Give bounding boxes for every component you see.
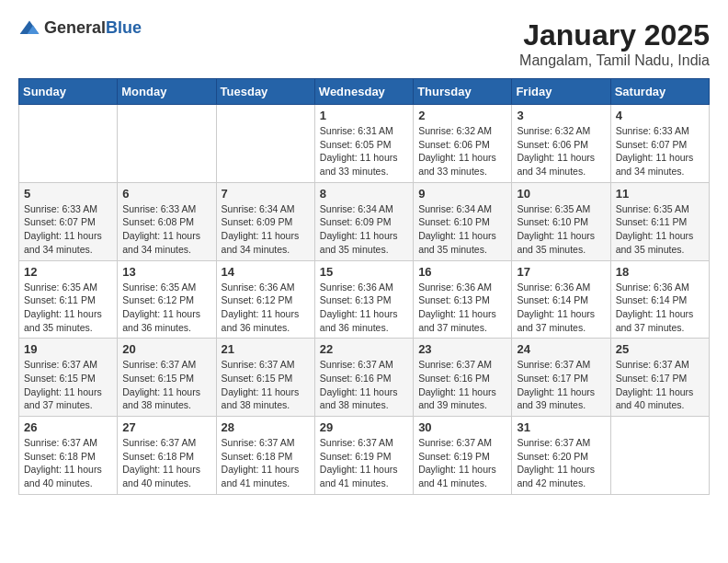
- day-number: 7: [222, 187, 310, 201]
- calendar-cell: 14Sunrise: 6:36 AM Sunset: 6:12 PM Dayli…: [216, 260, 314, 339]
- title-block: January 2025 Mangalam, Tamil Nadu, India: [519, 18, 710, 69]
- calendar-cell: 12Sunrise: 6:35 AM Sunset: 6:11 PM Dayli…: [19, 260, 118, 339]
- day-info: Sunrise: 6:37 AM Sunset: 6:20 PM Dayligh…: [517, 436, 605, 490]
- day-info: Sunrise: 6:35 AM Sunset: 6:10 PM Dayligh…: [517, 202, 605, 257]
- day-number: 9: [418, 187, 506, 201]
- day-info: Sunrise: 6:37 AM Sunset: 6:15 PM Dayligh…: [122, 358, 210, 412]
- weekday-header-tuesday: Tuesday: [216, 79, 314, 105]
- day-number: 2: [418, 109, 506, 122]
- day-number: 20: [122, 342, 210, 356]
- page-header: GeneralBlue January 2025 Mangalam, Tamil…: [18, 18, 710, 69]
- day-number: 24: [517, 342, 605, 356]
- day-number: 11: [616, 187, 704, 201]
- weekday-header-monday: Monday: [118, 79, 216, 105]
- day-number: 4: [616, 109, 704, 122]
- calendar-cell: 6Sunrise: 6:33 AM Sunset: 6:08 PM Daylig…: [118, 182, 216, 260]
- month-year-title: January 2025: [519, 18, 710, 52]
- day-info: Sunrise: 6:36 AM Sunset: 6:13 PM Dayligh…: [320, 281, 408, 335]
- calendar-cell: 2Sunrise: 6:32 AM Sunset: 6:06 PM Daylig…: [414, 105, 512, 183]
- calendar-table: SundayMondayTuesdayWednesdayThursdayFrid…: [18, 78, 710, 495]
- day-info: Sunrise: 6:36 AM Sunset: 6:13 PM Dayligh…: [418, 281, 506, 335]
- calendar-cell: 8Sunrise: 6:34 AM Sunset: 6:09 PM Daylig…: [314, 182, 413, 260]
- day-number: 30: [418, 420, 506, 434]
- calendar-cell: 20Sunrise: 6:37 AM Sunset: 6:15 PM Dayli…: [118, 339, 216, 417]
- weekday-header-thursday: Thursday: [414, 79, 512, 105]
- calendar-cell: 21Sunrise: 6:37 AM Sunset: 6:15 PM Dayli…: [216, 339, 314, 417]
- calendar-cell: 27Sunrise: 6:37 AM Sunset: 6:18 PM Dayli…: [118, 417, 216, 495]
- day-number: 28: [222, 420, 310, 434]
- weekday-header-saturday: Saturday: [610, 79, 709, 105]
- day-info: Sunrise: 6:33 AM Sunset: 6:07 PM Dayligh…: [616, 124, 704, 178]
- day-info: Sunrise: 6:33 AM Sunset: 6:08 PM Dayligh…: [122, 202, 210, 257]
- calendar-cell: 28Sunrise: 6:37 AM Sunset: 6:18 PM Dayli…: [216, 417, 314, 495]
- calendar-week-row: 5Sunrise: 6:33 AM Sunset: 6:07 PM Daylig…: [19, 182, 710, 260]
- day-number: 23: [418, 342, 506, 356]
- calendar-cell: 5Sunrise: 6:33 AM Sunset: 6:07 PM Daylig…: [19, 182, 118, 260]
- day-info: Sunrise: 6:37 AM Sunset: 6:19 PM Dayligh…: [418, 436, 506, 490]
- calendar-cell: [118, 105, 216, 183]
- calendar-cell: 26Sunrise: 6:37 AM Sunset: 6:18 PM Dayli…: [19, 417, 118, 495]
- day-info: Sunrise: 6:31 AM Sunset: 6:05 PM Dayligh…: [320, 124, 408, 178]
- calendar-cell: 19Sunrise: 6:37 AM Sunset: 6:15 PM Dayli…: [19, 339, 118, 417]
- day-info: Sunrise: 6:37 AM Sunset: 6:17 PM Dayligh…: [517, 358, 605, 412]
- day-info: Sunrise: 6:36 AM Sunset: 6:14 PM Dayligh…: [517, 281, 605, 335]
- day-info: Sunrise: 6:32 AM Sunset: 6:06 PM Dayligh…: [517, 124, 605, 178]
- day-info: Sunrise: 6:37 AM Sunset: 6:17 PM Dayligh…: [616, 358, 704, 412]
- day-info: Sunrise: 6:37 AM Sunset: 6:18 PM Dayligh…: [122, 436, 210, 490]
- day-info: Sunrise: 6:37 AM Sunset: 6:15 PM Dayligh…: [24, 358, 112, 412]
- weekday-header-wednesday: Wednesday: [314, 79, 413, 105]
- day-info: Sunrise: 6:37 AM Sunset: 6:18 PM Dayligh…: [24, 436, 112, 490]
- calendar-cell: 23Sunrise: 6:37 AM Sunset: 6:16 PM Dayli…: [414, 339, 512, 417]
- day-info: Sunrise: 6:36 AM Sunset: 6:14 PM Dayligh…: [616, 281, 704, 335]
- day-number: 26: [24, 420, 112, 434]
- calendar-cell: 16Sunrise: 6:36 AM Sunset: 6:13 PM Dayli…: [414, 260, 512, 339]
- day-info: Sunrise: 6:35 AM Sunset: 6:11 PM Dayligh…: [24, 281, 112, 335]
- day-number: 17: [517, 265, 605, 279]
- day-number: 21: [222, 342, 310, 356]
- calendar-cell: [610, 417, 709, 495]
- calendar-cell: 31Sunrise: 6:37 AM Sunset: 6:20 PM Dayli…: [512, 417, 610, 495]
- calendar-cell: 11Sunrise: 6:35 AM Sunset: 6:11 PM Dayli…: [610, 182, 709, 260]
- calendar-cell: 24Sunrise: 6:37 AM Sunset: 6:17 PM Dayli…: [512, 339, 610, 417]
- calendar-cell: 13Sunrise: 6:35 AM Sunset: 6:12 PM Dayli…: [118, 260, 216, 339]
- day-number: 15: [320, 265, 408, 279]
- calendar-cell: [216, 105, 314, 183]
- calendar-cell: 7Sunrise: 6:34 AM Sunset: 6:09 PM Daylig…: [216, 182, 314, 260]
- logo: GeneralBlue: [18, 18, 142, 38]
- day-info: Sunrise: 6:37 AM Sunset: 6:16 PM Dayligh…: [320, 358, 408, 412]
- day-number: 22: [320, 342, 408, 356]
- day-number: 3: [517, 109, 605, 122]
- calendar-cell: 15Sunrise: 6:36 AM Sunset: 6:13 PM Dayli…: [314, 260, 413, 339]
- day-number: 25: [616, 342, 704, 356]
- day-number: 5: [24, 187, 112, 201]
- day-number: 31: [517, 420, 605, 434]
- day-info: Sunrise: 6:37 AM Sunset: 6:18 PM Dayligh…: [222, 436, 310, 490]
- calendar-cell: 9Sunrise: 6:34 AM Sunset: 6:10 PM Daylig…: [414, 182, 512, 260]
- weekday-header-sunday: Sunday: [19, 79, 118, 105]
- calendar-cell: 29Sunrise: 6:37 AM Sunset: 6:19 PM Dayli…: [314, 417, 413, 495]
- weekday-header-friday: Friday: [512, 79, 610, 105]
- calendar-cell: 30Sunrise: 6:37 AM Sunset: 6:19 PM Dayli…: [414, 417, 512, 495]
- day-number: 10: [517, 187, 605, 201]
- day-number: 13: [122, 265, 210, 279]
- calendar-cell: 1Sunrise: 6:31 AM Sunset: 6:05 PM Daylig…: [314, 105, 413, 183]
- calendar-week-row: 12Sunrise: 6:35 AM Sunset: 6:11 PM Dayli…: [19, 260, 710, 339]
- calendar-week-row: 26Sunrise: 6:37 AM Sunset: 6:18 PM Dayli…: [19, 417, 710, 495]
- day-info: Sunrise: 6:32 AM Sunset: 6:06 PM Dayligh…: [418, 124, 506, 178]
- day-info: Sunrise: 6:35 AM Sunset: 6:11 PM Dayligh…: [616, 202, 704, 257]
- day-info: Sunrise: 6:36 AM Sunset: 6:12 PM Dayligh…: [222, 281, 310, 335]
- calendar-cell: 10Sunrise: 6:35 AM Sunset: 6:10 PM Dayli…: [512, 182, 610, 260]
- day-info: Sunrise: 6:37 AM Sunset: 6:15 PM Dayligh…: [222, 358, 310, 412]
- day-info: Sunrise: 6:35 AM Sunset: 6:12 PM Dayligh…: [122, 281, 210, 335]
- calendar-cell: 22Sunrise: 6:37 AM Sunset: 6:16 PM Dayli…: [314, 339, 413, 417]
- calendar-week-row: 19Sunrise: 6:37 AM Sunset: 6:15 PM Dayli…: [19, 339, 710, 417]
- day-number: 12: [24, 265, 112, 279]
- calendar-week-row: 1Sunrise: 6:31 AM Sunset: 6:05 PM Daylig…: [19, 105, 710, 183]
- calendar-cell: 4Sunrise: 6:33 AM Sunset: 6:07 PM Daylig…: [610, 105, 709, 183]
- day-number: 16: [418, 265, 506, 279]
- location-subtitle: Mangalam, Tamil Nadu, India: [519, 52, 710, 69]
- day-info: Sunrise: 6:33 AM Sunset: 6:07 PM Dayligh…: [24, 202, 112, 257]
- calendar-cell: [19, 105, 118, 183]
- day-info: Sunrise: 6:34 AM Sunset: 6:10 PM Dayligh…: [418, 202, 506, 257]
- day-info: Sunrise: 6:34 AM Sunset: 6:09 PM Dayligh…: [320, 202, 408, 257]
